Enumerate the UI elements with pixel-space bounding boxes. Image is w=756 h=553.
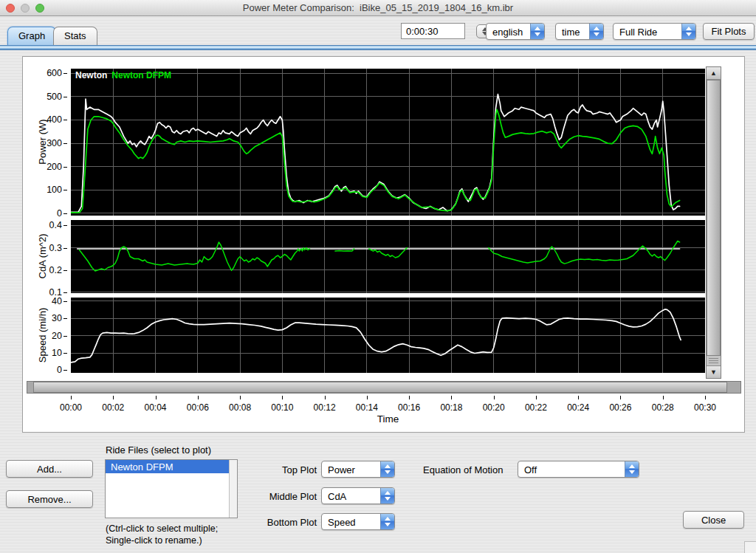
time-tick-label: 00:10 <box>266 402 298 413</box>
chevron-up-down-icon <box>681 24 695 39</box>
resize-grip[interactable] <box>744 541 756 553</box>
add-file-button[interactable]: Add... <box>6 460 93 478</box>
list-hint-line2: Single-click to rename.) <box>106 535 202 546</box>
time-tick-label: 00:20 <box>478 402 510 413</box>
speed-axis-ticks: 010203040 <box>32 298 68 373</box>
x-axis-mode-value: time <box>562 27 580 38</box>
plot-legend: NewtonNewton DFPM <box>75 70 176 80</box>
equation-of-motion-dropdown[interactable]: Off <box>518 461 639 478</box>
x-axis-mode-dropdown[interactable]: time <box>555 23 604 40</box>
time-tick-label: 00:06 <box>182 402 214 413</box>
middle-plot-value: CdA <box>328 491 346 502</box>
title-bar: Power Meter Comparison: iBike_05_15_2019… <box>0 0 756 16</box>
time-tick-label: 00:00 <box>55 402 87 413</box>
scroll-up-icon[interactable]: ▲ <box>707 67 721 80</box>
bottom-plot-label: Bottom Plot <box>251 517 317 528</box>
chevron-up-down-icon <box>625 461 639 477</box>
time-tick-label: 00:08 <box>224 402 256 413</box>
top-plot-value: Power <box>328 464 355 475</box>
time-tick-label: 00:14 <box>351 402 383 413</box>
window-title: Power Meter Comparison: iBike_05_15_2019… <box>0 2 756 13</box>
cda-axis-ticks: 0.10.20.30.4 <box>32 220 68 293</box>
time-tick-label: 00:30 <box>689 402 721 413</box>
y-tick-label: 30 <box>52 313 68 323</box>
y-tick-label: 40 <box>52 296 68 306</box>
legend-newton-dfpm: Newton DFPM <box>111 70 171 80</box>
scroll-grip-icon <box>709 358 718 363</box>
y-tick-label: 20 <box>52 331 68 341</box>
tab-pane-edge <box>0 45 756 50</box>
middle-plot-label: Middle Plot <box>251 491 317 502</box>
middle-plot-dropdown[interactable]: CdA <box>321 487 395 504</box>
chevron-up-down-icon <box>380 488 394 504</box>
chevron-up-down-icon <box>380 514 394 529</box>
chevron-up-down-icon <box>380 461 394 477</box>
vertical-scroll-thumb[interactable] <box>707 80 721 356</box>
cda-plot[interactable] <box>71 220 705 293</box>
time-tick-label: 00:24 <box>562 402 594 413</box>
remove-file-button[interactable]: Remove... <box>6 490 93 508</box>
tab-stats[interactable]: Stats <box>53 27 97 45</box>
chevron-up-down-icon <box>530 24 544 39</box>
tab-graph[interactable]: Graph <box>7 27 56 45</box>
y-tick-label: 0 <box>57 365 68 375</box>
y-tick-label: 0.3 <box>49 243 68 253</box>
units-value: english <box>492 27 523 38</box>
time-tick-label: 00:12 <box>309 402 341 413</box>
time-axis-ticks: 00:0000:0200:0400:0600:0800:1000:1200:14… <box>71 396 705 415</box>
time-tick-label: 00:28 <box>647 402 679 413</box>
top-plot-label: Top Plot <box>251 464 317 475</box>
power-axis-ticks: 0100200300400500600 <box>32 69 68 216</box>
scroll-down-icon[interactable]: ▼ <box>707 365 721 378</box>
y-tick-label: 10 <box>52 348 68 358</box>
chevron-up-down-icon <box>589 24 603 39</box>
bottom-plot-value: Speed <box>328 517 356 528</box>
ride-files-label: Ride Files (select to plot) <box>106 444 211 456</box>
app-window: Power Meter Comparison: iBike_05_15_2019… <box>0 0 756 553</box>
y-tick-label: 600 <box>47 68 68 78</box>
list-hint-line1: (Ctrl-click to select multiple; <box>106 523 218 534</box>
y-tick-label: 200 <box>47 162 68 172</box>
top-plot-dropdown[interactable]: Power <box>321 461 395 478</box>
time-tick-label: 00:22 <box>520 402 552 413</box>
power-plot[interactable] <box>71 69 705 216</box>
vertical-scrollbar[interactable]: ▲ ▼ <box>706 66 721 379</box>
fit-plots-button[interactable]: Fit Plots <box>703 23 755 40</box>
y-tick-label: 500 <box>47 92 68 102</box>
y-tick-label: 0.4 <box>49 220 68 230</box>
time-tick-label: 00:02 <box>97 402 129 413</box>
bottom-plot-dropdown[interactable]: Speed <box>321 513 395 530</box>
ride-files-list[interactable]: Newton DFPM <box>105 459 238 518</box>
y-tick-label: 400 <box>47 114 68 125</box>
list-scrollbar[interactable] <box>229 460 237 518</box>
time-axis-title: Time <box>71 413 705 425</box>
horizontal-scroll-thumb[interactable] <box>33 382 727 393</box>
list-item[interactable]: Newton DFPM <box>106 460 229 473</box>
time-window-field[interactable]: 0:00:30 <box>401 23 465 39</box>
time-tick-label: 00:04 <box>140 402 172 413</box>
y-tick-label: 0.2 <box>49 265 68 275</box>
units-dropdown[interactable]: english <box>486 23 545 40</box>
range-dropdown[interactable]: Full Ride <box>613 23 696 40</box>
y-tick-label: 300 <box>47 138 68 148</box>
equation-of-motion-value: Off <box>524 464 537 475</box>
horizontal-scrollbar[interactable] <box>27 381 741 394</box>
y-tick-label: 100 <box>47 185 68 195</box>
range-value: Full Ride <box>619 27 657 38</box>
time-tick-label: 00:18 <box>435 402 467 413</box>
equation-of-motion-label: Equation of Motion <box>423 464 503 475</box>
close-button[interactable]: Close <box>683 511 744 529</box>
legend-newton: Newton <box>75 70 107 80</box>
time-tick-label: 00:16 <box>393 402 425 413</box>
speed-plot[interactable] <box>71 298 705 373</box>
y-tick-label: 0 <box>57 208 68 219</box>
time-tick-label: 00:26 <box>604 402 636 413</box>
